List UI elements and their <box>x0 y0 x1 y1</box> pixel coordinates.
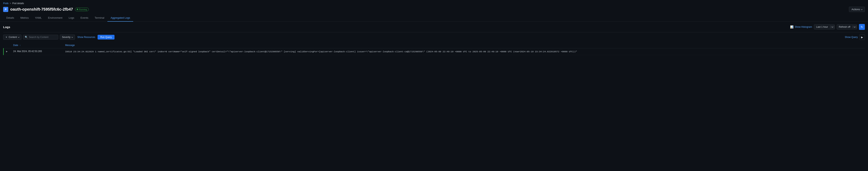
breadcrumb-pods-link[interactable]: Pods <box>3 2 8 5</box>
severity-label: Severity <box>62 36 70 38</box>
actions-button[interactable]: Actions <box>849 7 865 12</box>
message-cell: I0510 23:34:24.022929 1 named_certificat… <box>63 48 865 55</box>
tab-logs[interactable]: Logs <box>65 14 77 22</box>
chevron-down-icon <box>854 26 856 28</box>
tab-events[interactable]: Events <box>77 14 91 22</box>
log-message-text: I0510 23:34:24.022929 1 named_certificat… <box>65 50 577 53</box>
show-histogram-label: Show Histogram <box>795 26 812 28</box>
logs-section: Logs 📊 Show Histogram Last 1 hour Refres… <box>0 22 868 55</box>
chevron-down-icon <box>18 36 20 38</box>
sort-icon: ↑ <box>20 44 21 46</box>
pod-header: P oauth-openshift-7595f5fc6c-2fb47 Runni… <box>0 5 868 14</box>
date-col-header[interactable]: Date ↑ <box>11 42 63 48</box>
refresh-icon: ↻ <box>861 25 863 29</box>
refresh-select[interactable]: Refresh off <box>837 24 857 30</box>
expand-col-header <box>4 42 11 48</box>
breadcrumb-current: Pod details <box>12 2 24 5</box>
chevron-down-icon <box>861 8 863 10</box>
time-range-value[interactable]: Last 1 hour <box>814 25 830 29</box>
logs-header-right: 📊 Show Histogram Last 1 hour Refresh off… <box>790 24 865 30</box>
content-filter-label: Content <box>9 36 17 38</box>
refresh-value[interactable]: Refresh off <box>837 25 852 29</box>
table-header: Date ↑ Message <box>4 42 865 48</box>
tab-details[interactable]: Details <box>3 14 17 22</box>
time-range-select[interactable]: Last 1 hour <box>814 24 835 30</box>
show-query-button[interactable]: Show Query <box>845 36 858 38</box>
breadcrumb-separator: > <box>10 2 11 5</box>
date-cell: 24. Mai 2024, 05:42:53.265 <box>11 48 63 55</box>
message-col-header: Message <box>63 42 865 48</box>
breadcrumb: Pods > Pod details <box>0 0 868 5</box>
tab-terminal[interactable]: Terminal <box>91 14 107 22</box>
expand-cell: ▶ <box>4 48 11 55</box>
time-range-caret[interactable] <box>830 26 835 28</box>
filter-icon: ▼ <box>5 36 7 38</box>
chevron-down-icon <box>71 36 73 38</box>
severity-button[interactable]: Severity <box>60 35 75 40</box>
search-icon: 🔍 <box>25 36 28 38</box>
search-input-wrap[interactable]: 🔍 <box>23 35 58 39</box>
filter-row: ▼ Content 🔍 Severity Show Resources Run … <box>3 34 865 40</box>
show-resources-button[interactable]: Show Resources <box>76 35 96 39</box>
play-button[interactable]: ▶ <box>859 34 865 40</box>
expand-row-button[interactable]: ▶ <box>6 50 8 53</box>
tab-yaml[interactable]: YAML <box>32 14 45 22</box>
tab-aggregated-logs[interactable]: Aggregated Logs <box>107 14 133 22</box>
run-query-button[interactable]: Run Query <box>98 35 115 39</box>
play-icon: ▶ <box>861 36 863 39</box>
content-filter-button[interactable]: ▼ Content <box>3 35 22 40</box>
tab-metrics[interactable]: Metrics <box>17 14 32 22</box>
tab-environment[interactable]: Environment <box>45 14 65 22</box>
pod-name: oauth-openshift-7595f5fc6c-2fb47 <box>10 7 73 11</box>
tabs-bar: Details Metrics YAML Environment Logs Ev… <box>0 14 868 22</box>
chevron-down-icon <box>831 26 833 28</box>
log-table: Date ↑ Message ▶ 24. Mai 2024, 05:42:53.… <box>3 42 865 55</box>
refresh-icon-button[interactable]: ↻ <box>859 24 865 30</box>
filter-bar: ▼ Content 🔍 Severity Show Resources Run … <box>3 34 865 40</box>
show-histogram-button[interactable]: 📊 Show Histogram <box>790 25 812 29</box>
search-input[interactable] <box>29 36 57 38</box>
table-body: ▶ 24. Mai 2024, 05:42:53.265 I0510 23:34… <box>4 48 865 55</box>
pod-header-left: P oauth-openshift-7595f5fc6c-2fb47 Runni… <box>3 7 89 12</box>
refresh-caret[interactable] <box>852 26 857 28</box>
logs-header: Logs 📊 Show Histogram Last 1 hour Refres… <box>3 24 865 30</box>
logs-title: Logs <box>3 25 10 29</box>
actions-label: Actions <box>851 8 860 11</box>
histogram-icon: 📊 <box>790 25 794 29</box>
table-row: ▶ 24. Mai 2024, 05:42:53.265 I0510 23:34… <box>4 48 865 55</box>
pod-icon: P <box>3 7 8 12</box>
pod-status-text: Running <box>79 8 87 11</box>
pod-status-badge: Running <box>75 8 89 11</box>
